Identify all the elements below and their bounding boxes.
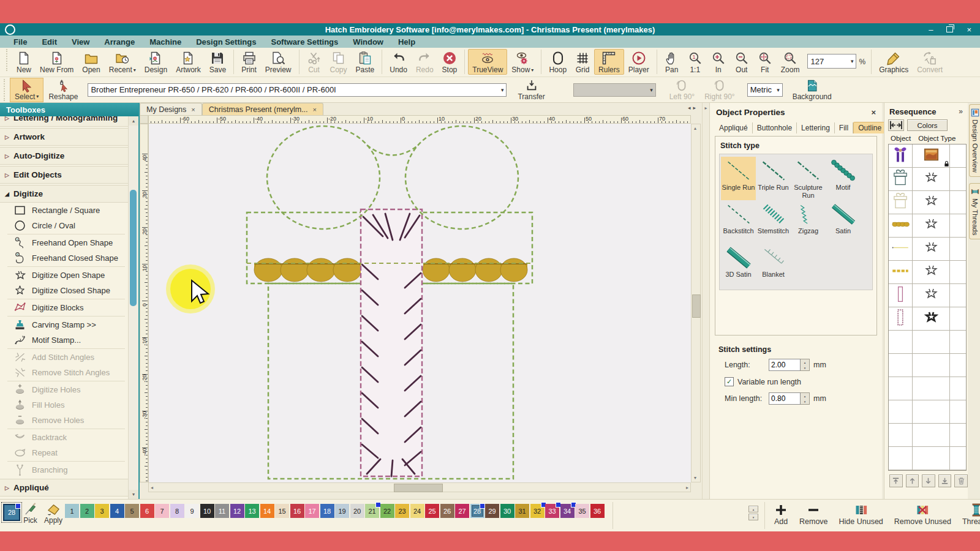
color-swatch[interactable]: 18: [320, 504, 334, 518]
tab-close-icon[interactable]: ×: [191, 106, 195, 113]
side-tab[interactable]: My Threads: [969, 183, 980, 240]
panel-close-icon[interactable]: ×: [871, 108, 876, 117]
menu-item[interactable]: Machine: [142, 37, 189, 47]
color-swatch[interactable]: 26: [440, 504, 454, 518]
color-swatch[interactable]: 33: [545, 504, 559, 518]
current-color-indicator[interactable]: 28: [3, 504, 20, 521]
toolbar-button[interactable]: Zoom▾: [777, 49, 804, 75]
object-row[interactable]: [889, 238, 966, 261]
color-swatch[interactable]: 35: [575, 504, 589, 518]
toolbar-button[interactable]: Convert: [913, 49, 947, 75]
properties-tab[interactable]: Fill: [835, 122, 853, 133]
stitch-type-option[interactable]: Stemstitch: [756, 200, 791, 244]
object-row[interactable]: [889, 331, 966, 354]
properties-tab[interactable]: Lettering: [797, 122, 835, 133]
palette-button[interactable]: Remove Unused: [889, 503, 957, 526]
color-swatch[interactable]: 34: [560, 504, 575, 518]
horizontal-scrollbar[interactable]: ◂ ▸: [148, 482, 691, 492]
object-row[interactable]: [889, 261, 966, 284]
color-swatch[interactable]: 14: [260, 504, 274, 518]
palette-button[interactable]: Remove: [794, 503, 834, 526]
toolbar-button[interactable]: In▾: [707, 49, 730, 75]
machine-select-combo[interactable]: Brother Entrepreneur PR-650 / PR-620 / P…: [88, 83, 507, 97]
scroll-right-icon[interactable]: ▸: [686, 485, 688, 490]
toolbar-button[interactable]: Copy▾: [326, 49, 352, 75]
menu-item[interactable]: Help: [391, 37, 423, 47]
object-row[interactable]: [889, 447, 966, 470]
toolbar-button[interactable]: Player▾: [624, 49, 654, 75]
color-swatch[interactable]: 25: [425, 504, 439, 518]
vertical-scrollbar[interactable]: ▴ ▾: [691, 124, 701, 482]
stitch-type-option[interactable]: Motif: [826, 157, 861, 200]
scroll-up-icon[interactable]: ▴: [694, 126, 696, 131]
toolbar-button[interactable]: Show▾: [507, 49, 538, 75]
menu-item[interactable]: Software Settings: [263, 37, 345, 47]
color-swatch[interactable]: 24: [410, 504, 424, 518]
color-swatch[interactable]: 31: [515, 504, 529, 518]
stitch-type-option[interactable]: Backstitch: [721, 200, 756, 244]
stitch-type-option[interactable]: Zigzag: [791, 200, 826, 244]
object-row[interactable]: [889, 377, 966, 400]
length-stepper[interactable]: ▴▾: [801, 359, 810, 371]
rotate-right-90-button[interactable]: Right 90°: [699, 78, 740, 102]
color-swatch[interactable]: 7: [155, 504, 169, 518]
color-swatch[interactable]: 29: [485, 504, 499, 518]
toolbar-button[interactable]: Preview▾: [261, 49, 296, 75]
toolbar-button[interactable]: Artwork▾: [172, 49, 205, 75]
stitch-type-option[interactable]: Triple Run: [756, 157, 791, 200]
toolboxes-scrollbar[interactable]: ▴ ▾: [128, 116, 138, 499]
colors-button[interactable]: Colors: [907, 119, 948, 131]
select-tool-button[interactable]: Select▾: [10, 78, 43, 102]
color-swatch[interactable]: 30: [500, 504, 514, 518]
color-swatch[interactable]: 2: [80, 504, 94, 518]
palette-page-stepper[interactable]: ▴▾: [748, 506, 758, 520]
color-swatch[interactable]: 13: [245, 504, 259, 518]
toolbar-button[interactable]: Fit▾: [753, 49, 777, 75]
background-button[interactable]: Background: [788, 78, 837, 102]
toolbar-button[interactable]: Cut▾: [303, 49, 326, 75]
properties-tab[interactable]: Buttonhole: [753, 122, 797, 133]
color-swatch[interactable]: 17: [305, 504, 319, 518]
panel-splitter[interactable]: ▸: [702, 103, 709, 499]
transfer-button[interactable]: Transfer: [513, 78, 549, 102]
mv-up[interactable]: [906, 474, 919, 487]
toolbar-button[interactable]: Open▾: [78, 49, 104, 75]
design-tab[interactable]: My Designs ×: [140, 103, 202, 115]
object-row[interactable]: [889, 284, 966, 307]
color-swatch[interactable]: 8: [170, 504, 184, 518]
toolbar-button[interactable]: TrueView▾: [468, 49, 507, 75]
units-combo[interactable]: Metric▾: [747, 83, 783, 97]
color-swatch[interactable]: 32: [530, 504, 545, 518]
toolbar-button[interactable]: Redo▾: [412, 49, 438, 75]
toolbar-button[interactable]: Design▾: [140, 49, 172, 75]
rotate-left-90-button[interactable]: Left 90°: [665, 78, 700, 102]
color-swatch[interactable]: 21: [365, 504, 379, 518]
scroll-down-icon[interactable]: ▾: [694, 475, 696, 481]
object-row[interactable]: [889, 144, 966, 168]
scrollbar-thumb[interactable]: [394, 484, 443, 492]
menu-item[interactable]: Design Settings: [189, 37, 263, 47]
min-length-stepper[interactable]: ▴▾: [801, 392, 810, 405]
toolbar-button[interactable]: 1 1:1▾: [684, 49, 707, 75]
toolbar-button[interactable]: Grid▾: [571, 49, 594, 75]
color-swatch[interactable]: 12: [230, 504, 244, 518]
color-swatch[interactable]: 16: [290, 504, 304, 518]
object-row[interactable]: [889, 424, 966, 447]
properties-tab[interactable]: Appliqué: [715, 122, 753, 133]
mv-bot[interactable]: [938, 474, 952, 487]
palette-button[interactable]: Threads: [957, 503, 980, 526]
pick-color-button[interactable]: Pick: [23, 502, 37, 525]
menu-item[interactable]: Edit: [34, 37, 64, 47]
toolbar-button[interactable]: Out▾: [730, 49, 753, 75]
trash[interactable]: [954, 474, 968, 487]
color-swatch[interactable]: 23: [395, 504, 409, 518]
reshape-tool-button[interactable]: Reshape: [43, 78, 83, 102]
toolbar-button[interactable]: Undo▾: [385, 49, 412, 75]
restore-button[interactable]: [946, 26, 953, 32]
toolbar-button[interactable]: New▾: [12, 49, 36, 75]
object-row[interactable]: [889, 307, 966, 331]
scrollbar-thumb[interactable]: [692, 294, 701, 318]
color-swatch[interactable]: 4: [110, 504, 124, 518]
object-row[interactable]: [889, 214, 966, 238]
toolbar-button[interactable]: Recent▾: [105, 49, 140, 75]
